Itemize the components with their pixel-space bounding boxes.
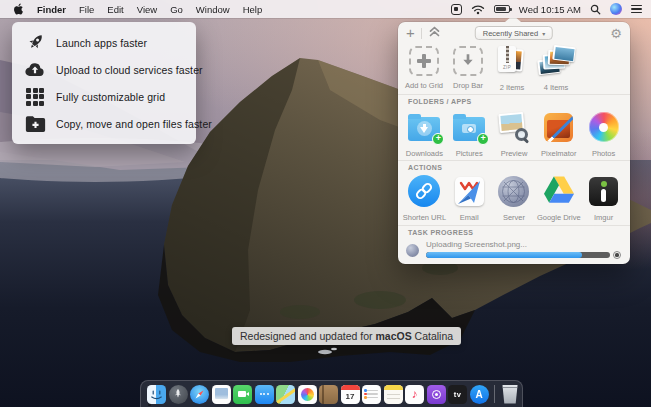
shorten-url-action[interactable]: Shorten URL <box>402 174 447 222</box>
section-divider <box>398 160 630 161</box>
pictures-item[interactable]: + Pictures <box>447 110 492 158</box>
drop-bar-icon <box>453 46 483 76</box>
view-selector-dropdown[interactable]: Recently Shared ▾ <box>475 26 553 40</box>
dock-calendar-icon[interactable]: 17 <box>341 385 360 404</box>
grid-icon <box>24 86 46 108</box>
cloud-upload-icon <box>24 59 46 81</box>
imgur-icon <box>589 177 618 206</box>
feature-copy: Copy, move and open files faster <box>12 110 196 137</box>
link-icon <box>408 175 440 207</box>
spotlight-search-icon[interactable] <box>590 4 601 15</box>
photo-stack-icon <box>536 46 576 78</box>
apple-menu-icon[interactable] <box>13 3 24 16</box>
preview-item[interactable]: Preview <box>492 110 537 158</box>
add-icon[interactable]: + <box>406 25 415 40</box>
drop-bar-cell[interactable]: Drop Bar <box>446 46 490 92</box>
dock-finder-icon[interactable] <box>147 385 166 404</box>
feature-label: Launch apps faster <box>56 37 147 49</box>
dock-photos-icon[interactable] <box>298 385 317 404</box>
dock-maps-icon[interactable] <box>276 385 295 404</box>
photos-item[interactable]: Photos <box>581 110 626 158</box>
dock-tv-icon[interactable]: tv <box>448 385 467 404</box>
photos-app-icon <box>589 112 619 142</box>
dock-trash-icon[interactable] <box>501 385 520 404</box>
view-selector-label: Recently Shared <box>483 29 538 38</box>
notification-center-icon[interactable] <box>631 5 642 13</box>
menu-finder[interactable]: Finder <box>37 4 66 15</box>
toolbar-divider <box>421 28 422 39</box>
cancel-upload-button[interactable] <box>613 251 621 259</box>
dock-music-icon[interactable]: ♪ <box>405 385 424 404</box>
menu-go[interactable]: Go <box>170 4 183 15</box>
desktop: Finder File Edit View Go Window Help Wed… <box>0 0 651 407</box>
feature-label: Fully customizable grid <box>56 91 165 103</box>
folders-apps-row: + Downloads + Pictures Preview Pixelmato <box>402 110 626 158</box>
menu-help[interactable]: Help <box>243 4 263 15</box>
dock-reminders-icon[interactable] <box>362 385 381 404</box>
plus-badge-icon: + <box>477 133 489 145</box>
dropzone-panel: + Recently Shared ▾ ⚙ Add to Grid Drop B… <box>398 22 630 264</box>
google-drive-icon <box>544 176 574 207</box>
email-action[interactable]: Email <box>447 174 492 222</box>
two-items-cell[interactable]: ZIP 2 Items <box>490 46 534 92</box>
menu-edit[interactable]: Edit <box>107 4 123 15</box>
four-items-cell[interactable]: 4 Items <box>534 46 578 92</box>
task-server-icon <box>406 244 419 257</box>
downloads-folder-icon: + <box>408 117 440 141</box>
dropzone-menubar-icon[interactable] <box>451 4 462 15</box>
menu-bar: Finder File Edit View Go Window Help Wed… <box>0 0 651 18</box>
upload-task-label: Uploading Screenshot.png... <box>426 240 527 249</box>
pixelmator-app-icon <box>544 113 573 142</box>
dock-appstore-icon[interactable]: A <box>470 385 489 404</box>
dock-podcasts-icon[interactable] <box>427 385 446 404</box>
caption-prefix: Redesigned and updated for <box>240 330 375 342</box>
dock-facetime-icon[interactable] <box>233 385 252 404</box>
gear-icon[interactable]: ⚙ <box>610 27 622 40</box>
menubar-clock[interactable]: Wed 10:15 AM <box>519 4 581 15</box>
mail-app-icon <box>455 177 484 206</box>
dock-notes-icon[interactable] <box>384 385 403 404</box>
add-to-grid-icon <box>409 46 439 76</box>
folders-apps-header: FOLDERS / APPS <box>408 98 472 105</box>
dock-divider <box>494 385 495 403</box>
feature-label: Upload to cloud services faster <box>56 64 203 76</box>
dock-messages-icon[interactable] <box>255 385 274 404</box>
wifi-icon[interactable] <box>471 4 485 15</box>
caption-pill: Redesigned and updated for macOS Catalin… <box>232 327 461 345</box>
collapse-chevrons-icon[interactable] <box>428 24 441 42</box>
google-drive-action[interactable]: Google Drive <box>536 174 581 222</box>
imgur-action[interactable]: Imgur <box>581 174 626 222</box>
task-progress-header: TASK PROGRESS <box>408 229 473 236</box>
dock-mail-icon[interactable] <box>212 385 231 404</box>
actions-row: Shorten URL Email Server Google Drive <box>402 174 626 222</box>
pictures-folder-icon: + <box>453 117 485 141</box>
feature-grid: Fully customizable grid <box>12 83 196 110</box>
plus-badge-icon: + <box>432 133 444 145</box>
drop-grid-row: Add to Grid Drop Bar ZIP 2 Items 4 Items <box>402 46 578 92</box>
siri-icon[interactable] <box>610 3 622 15</box>
add-to-grid-cell[interactable]: Add to Grid <box>402 46 446 92</box>
upload-progress-fill <box>426 252 582 258</box>
dock-safari-icon[interactable] <box>190 385 209 404</box>
zip-files-icon: ZIP <box>497 46 527 78</box>
dock: 17 ♪ tv A <box>140 380 523 407</box>
downloads-item[interactable]: + Downloads <box>402 110 447 158</box>
server-action[interactable]: Server <box>492 174 537 222</box>
dock-contacts-icon[interactable] <box>319 385 338 404</box>
menu-window[interactable]: Window <box>196 4 230 15</box>
preview-app-icon <box>499 112 529 142</box>
features-panel: Launch apps faster Upload to cloud servi… <box>12 22 196 144</box>
pixelmator-item[interactable]: Pixelmator <box>536 110 581 158</box>
section-divider <box>398 94 630 95</box>
feature-launch: Launch apps faster <box>12 29 196 56</box>
menu-file[interactable]: File <box>79 4 94 15</box>
section-divider <box>398 225 630 226</box>
rocket-icon <box>24 32 46 54</box>
feature-label: Copy, move and open files faster <box>56 118 212 130</box>
folder-plus-icon <box>24 113 46 135</box>
battery-icon[interactable] <box>494 5 510 13</box>
feature-upload: Upload to cloud services faster <box>12 56 196 83</box>
chevron-down-icon: ▾ <box>542 30 545 37</box>
dock-launchpad-icon[interactable] <box>169 385 188 404</box>
menu-view[interactable]: View <box>137 4 157 15</box>
